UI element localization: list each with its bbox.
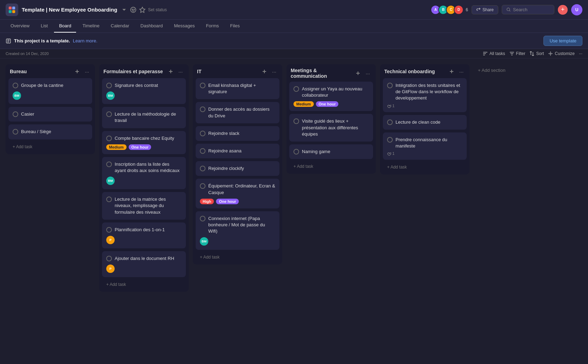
task-complete-icon[interactable] [106,83,112,88]
tab-dashboard[interactable]: Dashboard [136,20,168,33]
customize-button[interactable]: Customize [548,51,575,56]
tab-list[interactable]: List [36,20,53,33]
more-options-icon-formulaires[interactable]: ··· [177,68,184,75]
more-options-icon-bureau[interactable]: ··· [83,68,91,75]
task-card[interactable]: Lecture de la méthodologie de travail [102,107,186,128]
search-input[interactable]: Search [502,5,554,14]
more-options-icon-it[interactable]: ··· [270,68,278,75]
task-card[interactable]: Rejoindre clockify [196,161,279,176]
avatars-group: A B C D 6 [431,5,468,15]
svg-point-4 [131,7,136,12]
add-task-button-bureau[interactable]: + Add task [8,142,92,151]
column-it: IT···Email kinshasa digital + signatureD… [193,64,282,265]
share-button[interactable]: Share [472,5,498,14]
add-task-icon-formulaires[interactable] [167,68,175,75]
task-complete-icon[interactable] [387,137,393,143]
task-complete-icon[interactable] [200,183,205,189]
tab-forms[interactable]: Forms [201,20,224,33]
task-complete-icon[interactable] [200,107,205,112]
more-options-icon-meetings[interactable]: ··· [364,69,372,77]
task-card[interactable]: Email kinshasa digital + signature [196,78,279,99]
task-complete-icon[interactable] [13,83,18,88]
add-task-button-formulaires[interactable]: + Add task [102,280,186,289]
task-card[interactable]: Lecture de la matrice des niveaux, rempl… [102,192,186,220]
task-card[interactable]: Visite guidé des lieux + présentation au… [289,114,373,142]
task-card[interactable]: Signature des contratBM [102,78,186,104]
task-complete-icon[interactable] [200,148,205,154]
task-card[interactable]: Assigner un Yaya au nouveau collaborateu… [289,82,373,111]
learn-more-link[interactable]: Learn more. [73,38,97,43]
task-card[interactable]: Ajouter dans le document RHP [102,251,186,277]
task-complete-icon[interactable] [13,111,18,117]
task-complete-icon[interactable] [106,162,112,167]
more-options-icon-technical[interactable]: ··· [458,68,465,75]
task-complete-icon[interactable] [293,149,299,154]
task-complete-icon[interactable] [293,118,299,124]
task-card[interactable]: Rejoindre asana [196,144,279,158]
card-title: Donner des accès au dossiers du Drive [200,106,275,119]
add-button[interactable]: + [558,5,568,15]
tab-files[interactable]: Files [225,20,244,33]
star-icon[interactable] [139,6,146,13]
add-task-button-technical[interactable]: + Add task [383,163,467,172]
add-task-button-it[interactable]: + Add task [196,253,279,262]
task-card[interactable]: Compte bancaire chez EquityMediumOne hou… [102,131,186,154]
toolbar: Created on 14 Dec, 2020 All tasks Filter… [0,49,588,59]
add-section-button[interactable]: + Add section [474,64,523,76]
sort-button[interactable]: Sort [529,51,544,56]
column-title-formulaires: Formulaires et paperasse [103,69,165,74]
task-complete-icon[interactable] [200,216,205,221]
chevron-down-icon[interactable] [121,6,128,13]
task-card[interactable]: Plannification des 1-on-1P [102,222,186,248]
svg-point-8 [507,8,510,11]
tab-board[interactable]: Board [54,20,76,33]
task-card[interactable]: Inscription dans la liste des ayant droi… [102,157,186,189]
column-technical: Technical onboarding···Intégration des t… [380,64,469,174]
task-card[interactable]: Équipement: Ordinateur, Ecran & CasqueHi… [196,179,279,208]
task-complete-icon[interactable] [106,256,112,261]
task-card[interactable]: Bureau / Siège [8,124,92,139]
task-complete-icon[interactable] [387,83,393,88]
task-card[interactable]: Connexion internet (Papa bonheure / Mot … [196,211,279,250]
task-card[interactable]: Rejoindre slack [196,126,279,141]
task-card[interactable]: Naming game [289,144,373,159]
card-footer: HighOne hour [200,199,275,204]
card-title-text: Naming game [302,149,330,155]
add-task-icon-technical[interactable] [448,68,455,75]
use-template-button[interactable]: Use template [543,36,582,46]
task-complete-icon[interactable] [200,131,205,136]
task-card[interactable]: Donner des accès au dossiers du Drive [196,102,279,123]
task-complete-icon[interactable] [13,129,18,135]
tab-timeline[interactable]: Timeline [77,20,104,33]
add-task-icon-it[interactable] [261,68,268,75]
user-avatar[interactable]: U [571,4,582,15]
add-task-icon-bureau[interactable] [73,68,81,75]
task-complete-icon[interactable] [106,197,112,202]
filter-button[interactable]: Filter [509,51,526,56]
all-tasks-button[interactable]: All tasks [483,51,505,56]
task-card[interactable]: Intégration des tests unitaires et de Gi… [383,78,467,112]
tab-calendar[interactable]: Calendar [106,20,134,33]
tab-messages[interactable]: Messages [169,20,200,33]
task-complete-icon[interactable] [106,227,112,233]
column-header-technical: Technical onboarding··· [380,64,469,78]
task-card[interactable]: Prendre connaissance du manifeste 1 [383,132,467,160]
task-complete-icon[interactable] [293,86,299,92]
task-complete-icon[interactable] [106,136,112,141]
column-title-bureau: Bureau [10,69,71,74]
task-complete-icon[interactable] [200,166,205,171]
task-card[interactable]: Lecture de clean code [383,115,467,130]
task-complete-icon[interactable] [200,83,205,88]
tab-overview[interactable]: Overview [6,20,34,33]
emoji-icon[interactable] [130,6,137,13]
task-complete-icon[interactable] [106,111,112,117]
task-card[interactable]: Casier [8,107,92,122]
set-status-button[interactable]: Set status [148,7,167,12]
task-card[interactable]: Groupe de la cantineBM [8,78,92,104]
more-options-button[interactable]: ··· [579,51,582,56]
add-task-icon-meetings[interactable] [354,69,362,77]
svg-point-5 [132,9,133,9]
card-title: Groupe de la cantine [13,82,88,89]
add-task-button-meetings[interactable]: + Add task [289,162,373,171]
task-complete-icon[interactable] [387,119,393,125]
